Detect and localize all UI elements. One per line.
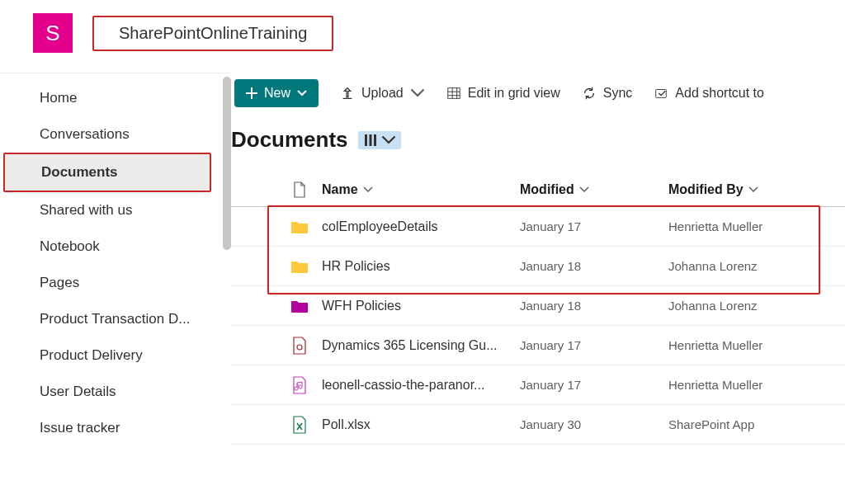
sidebar-item-documents-highlight: Documents: [3, 153, 211, 192]
chevron-down-icon: [748, 185, 758, 195]
sync-label: Sync: [603, 86, 633, 101]
item-modified: January 17: [517, 378, 665, 392]
item-modified: January 17: [517, 219, 665, 233]
table-row[interactable]: leonell-cassio-the-paranor... January 17…: [231, 365, 845, 405]
nav-list: Home Conversations Documents Shared with…: [0, 73, 231, 453]
col-modifiedby-header[interactable]: Modified By: [665, 182, 814, 197]
sync-button[interactable]: Sync: [582, 86, 633, 101]
command-bar: New Upload Edit in grid view Sync Add sh…: [231, 76, 845, 124]
chevron-down-icon: [410, 86, 425, 101]
plus-icon: [246, 87, 257, 99]
sidebar-item-shared[interactable]: Shared with us: [3, 192, 218, 228]
shortcut-icon: [654, 86, 668, 101]
item-icon-cell: [281, 299, 319, 313]
item-icon-cell: [281, 416, 319, 434]
chevron-down-icon: [363, 185, 373, 195]
edit-grid-label: Edit in grid view: [468, 86, 560, 101]
item-icon-cell: [281, 376, 319, 394]
nav-label: Home: [40, 90, 77, 106]
site-logo-letter: S: [45, 21, 59, 46]
svg-rect-1: [656, 90, 667, 98]
view-switcher[interactable]: [358, 131, 401, 149]
item-modifiedby: Henrietta Mueller: [665, 219, 814, 233]
audio-file-icon: [292, 376, 307, 394]
item-modifiedby: Henrietta Mueller: [665, 338, 814, 352]
nav-label: User Details: [40, 384, 116, 399]
sidebar-item-issue-tracker[interactable]: Issue tracker: [3, 410, 218, 446]
col-name-header[interactable]: Name: [319, 182, 517, 197]
site-title[interactable]: SharePointOnlineTraining: [119, 24, 307, 42]
item-icon-cell: [281, 337, 319, 355]
excel-file-icon: [292, 416, 307, 434]
edit-grid-button[interactable]: Edit in grid view: [446, 86, 560, 101]
nav-label: Notebook: [40, 238, 100, 254]
table-row[interactable]: Poll.xlsx January 30 SharePoint App: [231, 405, 845, 445]
item-name[interactable]: Dynamics 365 Licensing Gu...: [319, 338, 517, 353]
item-name[interactable]: leonell-cassio-the-paranor...: [319, 378, 517, 393]
add-shortcut-label: Add shortcut to: [675, 86, 764, 101]
sidebar-item-product-delivery[interactable]: Product Delivery: [3, 337, 218, 374]
grid-icon: [446, 86, 461, 101]
library-title: Documents: [231, 127, 348, 153]
nav-label: Conversations: [40, 126, 130, 142]
item-name[interactable]: Poll.xlsx: [319, 417, 517, 432]
site-title-highlight: SharePointOnlineTraining: [92, 16, 333, 51]
col-modified-label: Modified: [520, 182, 574, 197]
item-name[interactable]: WFH Policies: [319, 299, 517, 313]
upload-button[interactable]: Upload: [340, 86, 425, 101]
item-name[interactable]: colEmployeeDetails: [319, 219, 517, 234]
svg-rect-0: [448, 88, 460, 99]
nav-label: Product Transaction D...: [40, 311, 190, 327]
scrollbar-thumb[interactable]: [223, 77, 231, 250]
sidebar-item-documents[interactable]: Documents: [5, 154, 210, 191]
svg-rect-2: [365, 134, 367, 146]
content-layout: Home Conversations Documents Shared with…: [0, 73, 845, 502]
main-content: New Upload Edit in grid view Sync Add sh…: [231, 73, 845, 502]
sidebar-item-product-transaction[interactable]: Product Transaction D...: [3, 301, 218, 337]
new-label: New: [264, 86, 290, 101]
sync-icon: [582, 86, 597, 101]
site-header: S SharePointOnlineTraining: [0, 0, 845, 73]
item-icon-cell: [281, 219, 319, 234]
sidebar-item-notebook[interactable]: Notebook: [3, 228, 218, 265]
chevron-down-icon: [297, 88, 307, 98]
site-logo-tile[interactable]: S: [33, 13, 73, 53]
library-header: Documents: [231, 124, 845, 159]
item-modifiedby: Johanna Lorenz: [665, 299, 814, 313]
pdf-file-icon: [292, 337, 307, 355]
item-modified: January 18: [517, 299, 665, 313]
nav-label: Documents: [41, 164, 118, 180]
sidebar-item-conversations[interactable]: Conversations: [3, 116, 218, 153]
item-icon-cell: [281, 259, 319, 274]
left-nav: Home Conversations Documents Shared with…: [0, 73, 231, 502]
item-modified: January 30: [517, 417, 665, 431]
sidebar-item-user-details[interactable]: User Details: [3, 374, 218, 410]
sidebar-item-home[interactable]: Home: [3, 80, 218, 116]
item-modified: January 18: [517, 259, 665, 273]
col-file-type[interactable]: [281, 181, 319, 198]
upload-label: Upload: [361, 86, 404, 101]
nav-label: Product Delivery: [40, 347, 143, 363]
nav-label: Shared with us: [40, 202, 132, 218]
col-name-label: Name: [322, 182, 358, 197]
item-modifiedby: Henrietta Mueller: [665, 378, 814, 392]
chevron-down-icon: [579, 185, 589, 195]
table-row[interactable]: HR Policies January 18 Johanna Lorenz: [231, 247, 845, 286]
upload-icon: [340, 86, 355, 101]
table-row[interactable]: Dynamics 365 Licensing Gu... January 17 …: [231, 326, 845, 365]
nav-label: Issue tracker: [40, 420, 120, 436]
new-button[interactable]: New: [234, 79, 319, 107]
folder-icon: [290, 299, 309, 313]
folder-icon: [290, 259, 309, 274]
item-name[interactable]: HR Policies: [319, 259, 517, 274]
item-modifiedby: SharePoint App: [665, 417, 814, 431]
tiles-view-icon: [363, 133, 378, 148]
file-list: Name Modified Modified By colEmplo: [231, 172, 845, 445]
chevron-down-icon: [381, 133, 396, 148]
table-row[interactable]: WFH Policies January 18 Johanna Lorenz: [231, 286, 845, 326]
table-row[interactable]: colEmployeeDetails January 17 Henrietta …: [231, 207, 845, 247]
col-modified-header[interactable]: Modified: [517, 182, 665, 197]
col-modifiedby-label: Modified By: [668, 182, 744, 197]
add-shortcut-button[interactable]: Add shortcut to: [654, 86, 764, 101]
sidebar-item-pages[interactable]: Pages: [3, 265, 218, 301]
